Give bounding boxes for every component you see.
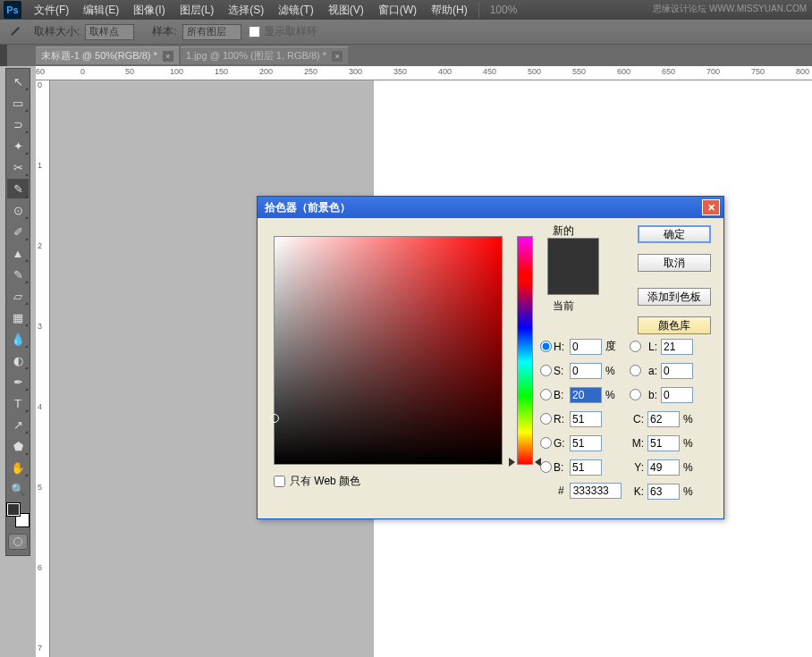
tool-wand[interactable]: ✦ bbox=[7, 136, 29, 156]
l-input[interactable] bbox=[661, 339, 693, 355]
tool-eyedropper[interactable]: ✎ bbox=[7, 179, 29, 198]
quickmask-toggle[interactable] bbox=[8, 534, 28, 550]
tool-move[interactable]: ↖ bbox=[7, 72, 29, 91]
tool-path[interactable]: ↗ bbox=[7, 415, 29, 434]
s-unit: % bbox=[605, 365, 623, 377]
tool-pen[interactable]: ✒ bbox=[7, 372, 29, 392]
hue-slider[interactable] bbox=[517, 236, 533, 465]
sample-select[interactable]: 所有图层 bbox=[182, 24, 241, 40]
lb-radio[interactable] bbox=[630, 389, 641, 400]
a-label: a: bbox=[643, 365, 657, 377]
show-ring-checkbox[interactable]: 显示取样环 bbox=[249, 24, 317, 39]
hex-input[interactable] bbox=[570, 483, 622, 499]
tool-shape[interactable]: ⬟ bbox=[7, 436, 29, 456]
tool-stamp[interactable]: ▲ bbox=[7, 243, 29, 263]
hex-row: # bbox=[558, 483, 622, 499]
tool-lasso[interactable]: ⊃ bbox=[7, 114, 29, 134]
bl-radio[interactable] bbox=[540, 461, 552, 473]
bl-label: B: bbox=[554, 461, 570, 474]
tool-type[interactable]: T bbox=[7, 393, 29, 413]
y-label: Y: bbox=[630, 461, 644, 474]
show-ring-input[interactable] bbox=[249, 26, 260, 38]
menu-help[interactable]: 帮助(H) bbox=[424, 0, 475, 20]
r-input[interactable] bbox=[570, 411, 602, 427]
s-label: S: bbox=[554, 365, 570, 377]
h-radio[interactable] bbox=[540, 341, 552, 352]
cancel-button[interactable]: 取消 bbox=[638, 254, 711, 272]
sample-size-select[interactable]: 取样点 bbox=[85, 24, 134, 40]
m-input[interactable] bbox=[647, 435, 680, 451]
tool-zoom[interactable]: 🔍 bbox=[7, 479, 29, 499]
menu-edit[interactable]: 编辑(E) bbox=[76, 0, 126, 20]
tool-blur[interactable]: 💧 bbox=[7, 329, 29, 349]
web-only-label: 只有 Web 颜色 bbox=[290, 474, 360, 489]
lb-input[interactable] bbox=[661, 387, 693, 403]
sample-label: 样本: bbox=[152, 24, 176, 39]
tool-dodge[interactable]: ◐ bbox=[7, 350, 29, 370]
new-color[interactable] bbox=[548, 239, 598, 266]
tab-doc-1[interactable]: 未标题-1 @ 50%(RGB/8) * × bbox=[36, 46, 179, 64]
bl-input[interactable] bbox=[570, 459, 602, 476]
tool-gradient[interactable]: ▦ bbox=[7, 307, 29, 327]
hex-label: # bbox=[558, 484, 564, 497]
tool-heal[interactable]: ⊙ bbox=[7, 200, 29, 220]
menu-select[interactable]: 选择(S) bbox=[221, 0, 271, 20]
k-input[interactable] bbox=[647, 484, 680, 500]
close-icon[interactable]: × bbox=[163, 51, 173, 62]
color-picker-dialog: 拾色器（前景色） ✕ 新的 当前 确定 取消 添加到色板 颜色库 H:度 S:%… bbox=[257, 196, 724, 519]
tool-crop[interactable]: ✂ bbox=[7, 157, 29, 177]
web-only-checkbox[interactable]: 只有 Web 颜色 bbox=[274, 474, 360, 489]
color-field[interactable] bbox=[274, 236, 503, 465]
document-tabs: 未标题-1 @ 50%(RGB/8) * × 1.jpg @ 100% (图层 … bbox=[0, 45, 812, 66]
background-swatch[interactable] bbox=[16, 514, 29, 526]
options-bar: 取样大小: 取样点 样本: 所有图层 显示取样环 bbox=[0, 20, 812, 45]
color-swatches[interactable] bbox=[7, 503, 29, 526]
tool-eraser[interactable]: ▱ bbox=[7, 286, 29, 306]
tool-brush[interactable]: ✐ bbox=[7, 222, 29, 241]
dialog-titlebar[interactable]: 拾色器（前景色） ✕ bbox=[258, 197, 723, 218]
l-radio[interactable] bbox=[630, 341, 641, 352]
separator bbox=[478, 2, 479, 18]
ok-button[interactable]: 确定 bbox=[638, 225, 711, 243]
ruler-vertical[interactable]: 01234567 bbox=[36, 80, 50, 657]
menu-window[interactable]: 窗口(W) bbox=[371, 0, 424, 20]
tab-doc-2[interactable]: 1.jpg @ 100% (图层 1, RGB/8) * × bbox=[181, 46, 348, 64]
foreground-swatch[interactable] bbox=[7, 503, 20, 516]
y-input[interactable] bbox=[647, 459, 680, 476]
r-label: R: bbox=[554, 413, 570, 425]
menu-filter[interactable]: 滤镜(T) bbox=[271, 0, 320, 20]
add-swatch-button[interactable]: 添加到色板 bbox=[638, 288, 711, 306]
b-input[interactable] bbox=[570, 387, 602, 403]
close-icon[interactable]: ✕ bbox=[702, 199, 720, 215]
a-radio[interactable] bbox=[630, 365, 641, 376]
menu-image[interactable]: 图像(I) bbox=[126, 0, 172, 20]
b-radio[interactable] bbox=[540, 389, 552, 400]
m-label: M: bbox=[630, 437, 644, 450]
menu-file[interactable]: 文件(F) bbox=[27, 0, 76, 20]
web-only-input[interactable] bbox=[274, 476, 285, 487]
color-library-button[interactable]: 颜色库 bbox=[638, 316, 711, 334]
tool-hand[interactable]: ✋ bbox=[7, 458, 29, 477]
close-icon[interactable]: × bbox=[332, 51, 343, 62]
s-input[interactable] bbox=[570, 363, 602, 379]
ruler-horizontal[interactable]: 6005010015020025030035040045050055060065… bbox=[36, 66, 812, 80]
c-input[interactable] bbox=[647, 411, 680, 427]
zoom-level[interactable]: 100% bbox=[490, 4, 518, 16]
a-input[interactable] bbox=[661, 363, 693, 379]
eyedropper-icon[interactable] bbox=[7, 24, 23, 40]
tool-marquee[interactable]: ▭ bbox=[7, 93, 29, 113]
g-radio[interactable] bbox=[540, 437, 552, 449]
c-label: C: bbox=[630, 413, 644, 425]
tool-history[interactable]: ✎ bbox=[7, 265, 29, 284]
s-radio[interactable] bbox=[540, 365, 552, 376]
menu-layer[interactable]: 图层(L) bbox=[173, 0, 222, 20]
g-input[interactable] bbox=[570, 435, 602, 451]
r-radio[interactable] bbox=[540, 413, 552, 425]
menu-bar: Ps 文件(F) 编辑(E) 图像(I) 图层(L) 选择(S) 滤镜(T) 视… bbox=[0, 0, 812, 20]
lb-label: b: bbox=[643, 389, 657, 401]
current-color[interactable] bbox=[548, 266, 598, 294]
menu-view[interactable]: 视图(V) bbox=[321, 0, 371, 20]
h-label: H: bbox=[554, 341, 570, 353]
panel-handle[interactable] bbox=[0, 45, 7, 66]
h-input[interactable] bbox=[570, 339, 602, 355]
